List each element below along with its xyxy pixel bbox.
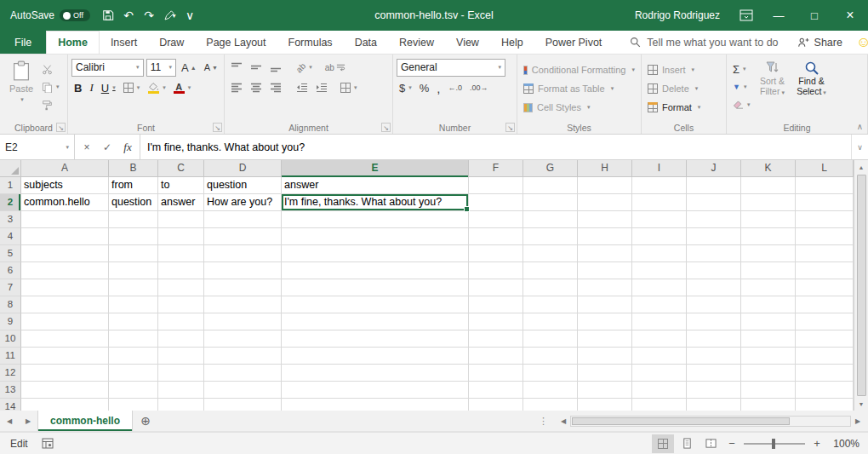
tab-data[interactable]: Data xyxy=(344,31,388,54)
maximize-button[interactable]: □ xyxy=(797,0,832,31)
cell-D7[interactable] xyxy=(204,279,282,296)
cell-K14[interactable] xyxy=(741,399,796,411)
undo-icon[interactable]: ↶ xyxy=(119,4,138,26)
cell-L4[interactable] xyxy=(796,228,854,245)
font-dialog-launcher-icon[interactable]: ↘ xyxy=(213,123,222,132)
cell-J8[interactable] xyxy=(687,296,741,313)
column-header-A[interactable]: A xyxy=(21,160,109,177)
name-box[interactable]: E2 ▾ xyxy=(0,135,75,159)
row-header-12[interactable]: 12 xyxy=(0,365,21,382)
cell-C11[interactable] xyxy=(158,348,204,365)
cell-D14[interactable] xyxy=(204,399,282,411)
cell-G8[interactable] xyxy=(523,296,578,313)
tab-home[interactable]: Home xyxy=(46,31,100,54)
cell-C4[interactable] xyxy=(158,228,204,245)
cell-I7[interactable] xyxy=(632,279,687,296)
cell-E14[interactable] xyxy=(282,399,469,411)
scroll-down-icon[interactable]: ▼ xyxy=(854,397,868,411)
cell-E9[interactable] xyxy=(282,313,469,330)
cell-H12[interactable] xyxy=(578,365,632,382)
cell-A3[interactable] xyxy=(21,211,109,228)
expand-formula-bar-icon[interactable]: ∨ xyxy=(851,135,868,159)
cancel-entry-button[interactable]: × xyxy=(77,141,97,153)
tab-formulas[interactable]: Formulas xyxy=(277,31,344,54)
cell-L2[interactable] xyxy=(796,194,854,211)
tab-draw[interactable]: Draw xyxy=(148,31,195,54)
fill-color-button[interactable]: ▾ xyxy=(145,80,168,95)
cell-I9[interactable] xyxy=(632,313,687,330)
cell-B6[interactable] xyxy=(109,262,158,279)
sheet-nav-left-icon[interactable]: ◀ xyxy=(0,411,19,431)
font-name-combo[interactable]: Calibri ▾ xyxy=(71,59,144,77)
cell-E11[interactable] xyxy=(282,348,469,365)
italic-button[interactable]: I xyxy=(87,80,95,95)
cell-F9[interactable] xyxy=(469,313,523,330)
cell-K6[interactable] xyxy=(741,262,796,279)
cell-B1[interactable]: from xyxy=(109,177,158,194)
cell-G13[interactable] xyxy=(523,382,578,399)
cell-C14[interactable] xyxy=(158,399,204,411)
column-header-E[interactable]: E xyxy=(282,160,469,177)
cell-G2[interactable] xyxy=(523,194,578,211)
row-header-1[interactable]: 1 xyxy=(0,177,21,194)
cell-A10[interactable] xyxy=(21,330,109,348)
cell-A14[interactable] xyxy=(21,399,109,411)
cell-L3[interactable] xyxy=(796,211,854,228)
grow-font-button[interactable]: A▲ xyxy=(179,60,199,75)
cell-J11[interactable] xyxy=(687,348,741,365)
cell-I4[interactable] xyxy=(632,228,687,245)
zoom-slider[interactable] xyxy=(744,436,805,451)
cell-C6[interactable] xyxy=(158,262,204,279)
horizontal-scrollbar[interactable]: ◀ ▶ xyxy=(553,411,868,431)
cell-K3[interactable] xyxy=(741,211,796,228)
cell-H8[interactable] xyxy=(578,296,632,313)
cell-L11[interactable] xyxy=(796,348,854,365)
cell-A13[interactable] xyxy=(21,382,109,399)
cell-K11[interactable] xyxy=(741,348,796,365)
cell-C3[interactable] xyxy=(158,211,204,228)
shrink-font-button[interactable]: A▼ xyxy=(202,60,220,75)
cell-K12[interactable] xyxy=(741,365,796,382)
normal-view-button[interactable] xyxy=(652,434,674,453)
autosave-pill[interactable]: Off xyxy=(60,9,90,21)
cell-F12[interactable] xyxy=(469,365,523,382)
column-header-H[interactable]: H xyxy=(578,160,632,177)
format-painter-icon[interactable] xyxy=(39,97,62,112)
cell-H9[interactable] xyxy=(578,313,632,330)
cell-L9[interactable] xyxy=(796,313,854,330)
cell-E13[interactable] xyxy=(282,382,469,399)
cell-D12[interactable] xyxy=(204,365,282,382)
cell-B9[interactable] xyxy=(109,313,158,330)
cell-A5[interactable] xyxy=(21,245,109,262)
align-middle-icon[interactable] xyxy=(248,60,265,75)
cell-E10[interactable] xyxy=(282,330,469,348)
cell-I8[interactable] xyxy=(632,296,687,313)
cell-B13[interactable] xyxy=(109,382,158,399)
cell-G1[interactable] xyxy=(523,177,578,194)
cell-H5[interactable] xyxy=(578,245,632,262)
insert-cells-button[interactable]: Insert ▾ xyxy=(645,61,722,78)
cell-E5[interactable] xyxy=(282,245,469,262)
cell-J13[interactable] xyxy=(687,382,741,399)
cell-D5[interactable] xyxy=(204,245,282,262)
minimize-button[interactable]: — xyxy=(761,0,797,31)
cell-H10[interactable] xyxy=(578,330,632,348)
row-header-4[interactable]: 4 xyxy=(0,228,21,245)
cell-C13[interactable] xyxy=(158,382,204,399)
zoom-in-button[interactable]: + xyxy=(808,437,825,450)
tab-splitter-icon[interactable]: ⋮ xyxy=(534,411,553,431)
cell-D2[interactable]: How are you? xyxy=(204,194,282,211)
cut-icon[interactable] xyxy=(39,61,62,77)
cell-D1[interactable]: question xyxy=(204,177,282,194)
cell-K13[interactable] xyxy=(741,382,796,399)
cell-G9[interactable] xyxy=(523,313,578,330)
clear-button[interactable]: ▾ xyxy=(730,97,753,112)
scroll-right-icon[interactable]: ▶ xyxy=(851,417,865,425)
tab-review[interactable]: Review xyxy=(388,31,445,54)
cell-F13[interactable] xyxy=(469,382,523,399)
cell-D4[interactable] xyxy=(204,228,282,245)
cell-F6[interactable] xyxy=(469,262,523,279)
cell-F10[interactable] xyxy=(469,330,523,348)
alignment-dialog-launcher-icon[interactable]: ↘ xyxy=(381,123,391,132)
cell-D6[interactable] xyxy=(204,262,282,279)
